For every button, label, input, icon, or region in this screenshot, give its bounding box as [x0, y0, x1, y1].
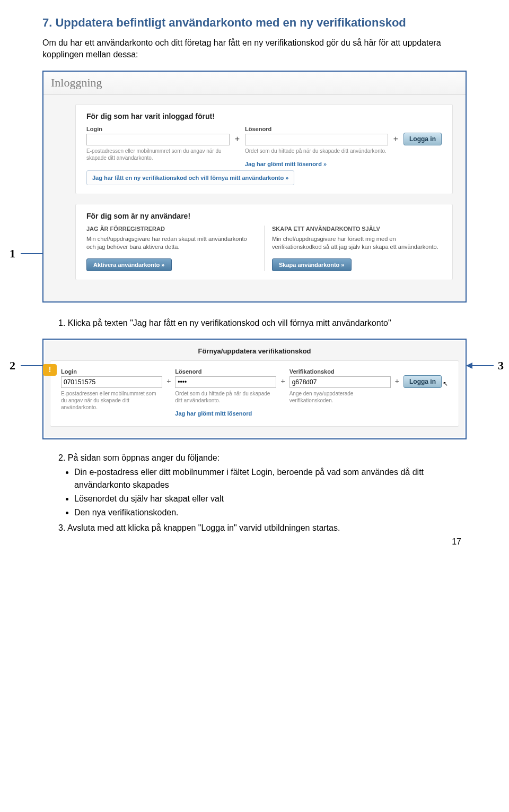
preregistered-heading: JAG ÄR FÖRREGISTRERAD — [86, 226, 256, 232]
plus-icon: + — [395, 368, 399, 385]
returning-user-box: För dig som har varit inloggad förut! Lo… — [75, 104, 453, 194]
password-input[interactable] — [245, 134, 388, 145]
column-divider — [264, 226, 265, 271]
verif-code-help: Ange den nya/uppdaterade verifikationsko… — [289, 390, 391, 404]
step-3-text: 3. Avsluta med att klicka på knappen "Lo… — [58, 523, 467, 533]
plus-icon: + — [280, 368, 285, 385]
step-2-bullets: Din e-postadress eller ditt mobilnummer … — [74, 466, 467, 519]
password-label: Lösenord — [245, 126, 388, 132]
preregistered-body: Min chef/uppdragsgivare har redan skapat… — [86, 235, 256, 251]
screenshot-renew-verification: Förnya/uppdatera verifikationskod ! Logi… — [42, 339, 467, 439]
renew-password-input[interactable] — [175, 376, 276, 388]
login-button[interactable]: Logga in — [403, 133, 442, 145]
login-input[interactable] — [86, 134, 230, 145]
plus-icon: + — [235, 126, 240, 144]
new-user-box: För dig som är ny användare! JAG ÄR FÖRR… — [75, 204, 453, 280]
returning-title: För dig som har varit inloggad förut! — [86, 112, 442, 120]
login-help: E-postadressen eller mobilnummret som du… — [86, 148, 230, 161]
create-account-body: Min chef/uppdragsgivare har försett mig … — [272, 235, 442, 251]
activate-account-button[interactable]: Aktivera användarkonto » — [86, 258, 172, 271]
verif-code-input[interactable] — [289, 376, 391, 388]
forgot-password-link[interactable]: Jag har glömt mitt lösenord » — [245, 161, 327, 167]
renew-verification-text: Jag har fått en ny verifikationskod och … — [92, 174, 288, 182]
screenshot-inloggning: Inloggning För dig som har varit inlogga… — [42, 71, 467, 303]
intro-text: Om du har ett användarkonto och ditt för… — [42, 37, 467, 61]
plus-icon: + — [166, 368, 171, 385]
warning-icon: ! — [43, 364, 57, 376]
create-account-button[interactable]: Skapa användarkonto » — [272, 258, 352, 271]
step-2-bullet-1: Din e-postadress eller ditt mobilnummer … — [74, 466, 467, 491]
new-user-title: För dig som är ny användare! — [86, 212, 442, 220]
step-2-bullet-3: Den nya verifikationskoden. — [74, 506, 467, 519]
callout-number-3: 3 — [498, 359, 504, 373]
callout-arrow-3: 3 — [461, 359, 504, 373]
renew-login-label: Login — [61, 368, 162, 375]
renew-title: Förnya/uppdatera verifikationskod — [50, 344, 459, 360]
callout-number-2: 2 — [10, 359, 15, 373]
step-1-text: 1. Klicka på texten "Jag har fått en ny … — [58, 317, 467, 329]
renew-login-help: E-postadressen eller mobilnummret som du… — [61, 390, 162, 411]
login-label: Login — [86, 126, 230, 132]
cursor-icon: ↖ — [443, 380, 448, 387]
renew-login-button[interactable]: Logga in — [403, 375, 442, 388]
password-help: Ordet som du hittade på när du skapade d… — [245, 148, 388, 154]
renew-password-label: Lösenord — [175, 368, 276, 375]
step-2-bullet-2: Lösenordet du själv har skapat eller val… — [74, 493, 467, 505]
section-heading: 7. Uppdatera befintligt användarkonto me… — [42, 16, 467, 30]
renew-password-help: Ordet som du hittade på när du skapade d… — [175, 390, 276, 404]
renew-verification-link[interactable]: Jag har fått en ny verifikationskod och … — [86, 170, 294, 185]
renew-forgot-link[interactable]: Jag har glömt mitt lösenord — [175, 410, 252, 417]
verif-code-label: Verifikationskod — [289, 368, 391, 375]
callout-number-1: 1 — [10, 247, 15, 261]
step-2-intro: 2. På sidan som öppnas anger du följande… — [58, 453, 467, 463]
renew-login-input[interactable] — [61, 376, 162, 388]
create-account-heading: SKAPA ETT ANVÄNDARKONTO SJÄLV — [272, 226, 442, 232]
plus-icon: + — [393, 126, 398, 144]
login-page-title: Inloggning — [43, 72, 466, 94]
page-number: 17 — [452, 537, 461, 547]
